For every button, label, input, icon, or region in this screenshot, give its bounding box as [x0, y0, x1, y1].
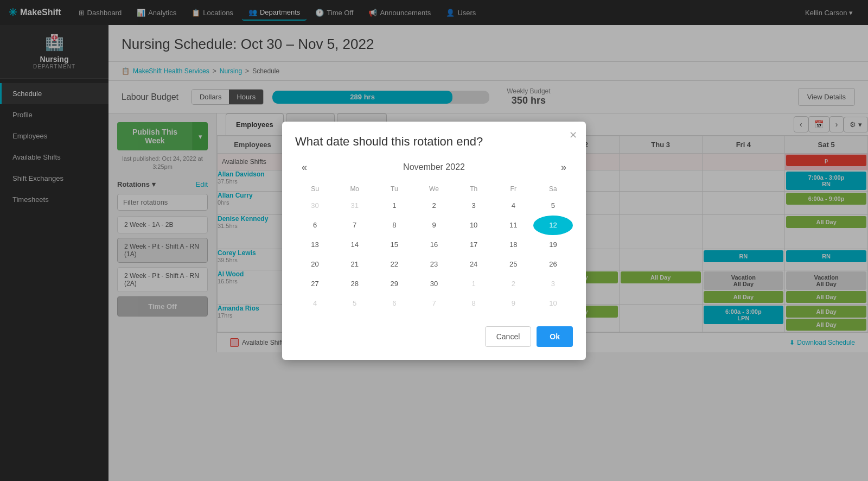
calendar-day[interactable]: 28 — [335, 274, 374, 294]
calendar-day[interactable]: 7 — [414, 294, 454, 313]
calendar-day[interactable]: 25 — [494, 255, 533, 274]
modal-ok-button[interactable]: Ok — [537, 326, 573, 347]
calendar-day[interactable]: 4 — [295, 294, 335, 313]
dow-tu: Tu — [374, 182, 414, 196]
calendar-day[interactable]: 16 — [414, 235, 454, 255]
calendar-week-row: 13141516171819 — [295, 235, 573, 255]
calendar-day[interactable]: 18 — [494, 235, 533, 255]
calendar-day[interactable]: 17 — [454, 235, 494, 255]
calendar-week-row: 6789101112 — [295, 216, 573, 235]
calendar-day[interactable]: 1 — [454, 274, 494, 294]
calendar-day[interactable]: 7 — [335, 216, 374, 235]
calendar-day[interactable]: 14 — [335, 235, 374, 255]
dow-mo: Mo — [335, 182, 374, 196]
calendar-grid: Su Mo Tu We Th Fr Sa 3031123456789101112… — [295, 182, 573, 313]
calendar-week-row: 303112345 — [295, 196, 573, 216]
calendar-day[interactable]: 15 — [374, 235, 414, 255]
calendar-day[interactable]: 11 — [494, 216, 533, 235]
calendar-day[interactable]: 22 — [374, 255, 414, 274]
calendar-day[interactable]: 10 — [533, 294, 573, 313]
calendar-day[interactable]: 20 — [295, 255, 335, 274]
calendar-day[interactable]: 5 — [533, 196, 573, 216]
calendar-day[interactable]: 3 — [454, 196, 494, 216]
calendar-month-label: November 2022 — [403, 162, 465, 172]
calendar-day[interactable]: 8 — [374, 216, 414, 235]
calendar-day[interactable]: 6 — [374, 294, 414, 313]
calendar-day[interactable]: 30 — [414, 274, 454, 294]
calendar-day[interactable]: 23 — [414, 255, 454, 274]
modal-title: What date should this rotation end? — [295, 135, 573, 149]
modal-close-button[interactable]: ✕ — [569, 129, 577, 141]
calendar-week-row: 27282930123 — [295, 274, 573, 294]
calendar-day[interactable]: 3 — [533, 274, 573, 294]
dow-su: Su — [295, 182, 335, 196]
modal-cancel-button[interactable]: Cancel — [485, 326, 532, 347]
calendar-day[interactable]: 26 — [533, 255, 573, 274]
calendar-day[interactable]: 9 — [414, 216, 454, 235]
calendar-day[interactable]: 2 — [414, 196, 454, 216]
dow-sa: Sa — [533, 182, 573, 196]
calendar-day[interactable]: 24 — [454, 255, 494, 274]
calendar-day[interactable]: 10 — [454, 216, 494, 235]
calendar-day[interactable]: 27 — [295, 274, 335, 294]
calendar-body: 3031123456789101112131415161718192021222… — [295, 196, 573, 313]
calendar-day[interactable]: 2 — [494, 274, 533, 294]
rotation-end-date-modal: ✕ What date should this rotation end? « … — [0, 0, 868, 481]
calendar-day[interactable]: 9 — [494, 294, 533, 313]
calendar-day[interactable]: 1 — [374, 196, 414, 216]
calendar-week-row: 45678910 — [295, 294, 573, 313]
calendar-day[interactable]: 12 — [533, 216, 573, 235]
calendar-dow-row: Su Mo Tu We Th Fr Sa — [295, 182, 573, 196]
calendar: « November 2022 » Su Mo Tu We Th Fr Sa — [295, 160, 573, 313]
calendar-day[interactable]: 31 — [335, 196, 374, 216]
calendar-day[interactable]: 29 — [374, 274, 414, 294]
dow-we: We — [414, 182, 454, 196]
calendar-week-row: 20212223242526 — [295, 255, 573, 274]
calendar-day[interactable]: 6 — [295, 216, 335, 235]
calendar-day[interactable]: 19 — [533, 235, 573, 255]
dow-th: Th — [454, 182, 494, 196]
calendar-day[interactable]: 5 — [335, 294, 374, 313]
calendar-prev-button[interactable]: « — [297, 160, 311, 175]
dow-fr: Fr — [494, 182, 533, 196]
calendar-header: « November 2022 » — [295, 160, 573, 175]
calendar-day[interactable]: 30 — [295, 196, 335, 216]
calendar-next-button[interactable]: » — [557, 160, 571, 175]
calendar-day[interactable]: 8 — [454, 294, 494, 313]
calendar-day[interactable]: 4 — [494, 196, 533, 216]
calendar-day[interactable]: 13 — [295, 235, 335, 255]
modal-container: ✕ What date should this rotation end? « … — [282, 122, 586, 360]
calendar-day[interactable]: 21 — [335, 255, 374, 274]
modal-footer: Cancel Ok — [295, 326, 573, 347]
